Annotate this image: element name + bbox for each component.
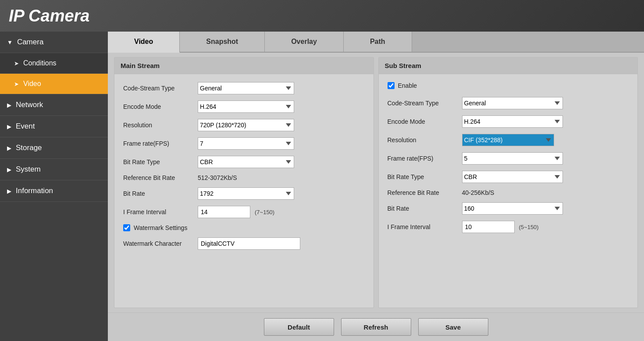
- video-arrow-icon: ➤: [14, 81, 19, 87]
- main-layout: ▼ Camera ➤ Conditions ➤ Video ▶ Network …: [0, 32, 644, 341]
- tab-video-label: Video: [134, 38, 153, 45]
- main-watermark-char-row: Watermark Character: [123, 237, 365, 250]
- main-bitrate-type-select[interactable]: CBR VBR: [198, 156, 294, 168]
- main-watermark-row: Watermark Settings: [123, 224, 365, 231]
- sidebar-item-information-label: Information: [16, 187, 53, 195]
- sidebar-item-video[interactable]: ➤ Video: [0, 74, 108, 94]
- tab-path-label: Path: [370, 38, 385, 45]
- sub-bitrate-type-select[interactable]: CBR VBR: [462, 171, 563, 183]
- sub-enable-checkbox[interactable]: [388, 82, 395, 89]
- main-ref-bitrate-label: Reference Bit Rate: [123, 174, 193, 181]
- sidebar-item-video-label: Video: [23, 80, 41, 88]
- tab-bar: Video Snapshot Overlay Path: [108, 32, 644, 53]
- sidebar-item-conditions[interactable]: ➤ Conditions: [0, 53, 108, 74]
- title-text: IP Camera: [9, 7, 89, 25]
- main-framerate-row: Frame rate(FPS) 7 5 10 15 20 25 30: [123, 137, 365, 150]
- main-watermark-char-label: Watermark Character: [123, 240, 193, 247]
- default-button[interactable]: Default: [264, 318, 334, 336]
- main-stream-body: Code-Stream Type General Motion Detectio…: [114, 74, 374, 258]
- app-title: IP Camera: [9, 7, 89, 25]
- sidebar-item-system-label: System: [16, 165, 41, 174]
- sidebar-item-camera[interactable]: ▼ Camera: [0, 32, 108, 53]
- storage-arrow-icon: ▶: [7, 145, 11, 151]
- sub-framerate-select[interactable]: 5 7 10 15 25: [462, 152, 563, 165]
- tab-snapshot[interactable]: Snapshot: [180, 32, 265, 52]
- sidebar-item-system[interactable]: ▶ System: [0, 159, 108, 180]
- tab-snapshot-label: Snapshot: [206, 38, 238, 45]
- camera-arrow-icon: ▼: [7, 39, 13, 46]
- network-arrow-icon: ▶: [7, 102, 11, 108]
- sidebar-item-information[interactable]: ▶ Information: [0, 180, 108, 202]
- sub-enable-row: Enable: [388, 82, 629, 89]
- sub-bitrate-row: Bit Rate 160 40 64 128 256: [388, 202, 629, 215]
- tab-overlay-label: Overlay: [291, 38, 317, 45]
- sub-bitrate-select[interactable]: 160 40 64 128 256: [462, 202, 563, 215]
- content-area: Video Snapshot Overlay Path Main Stream: [108, 32, 644, 341]
- main-ref-bitrate-row: Reference Bit Rate 512-3072Kb/S: [123, 174, 365, 181]
- sub-stream-body: Enable Code-Stream Type General Motion D…: [379, 74, 638, 241]
- sub-framerate-label: Frame rate(FPS): [388, 155, 458, 162]
- main-encode-mode-row: Encode Mode H.264 H.265 MJPEG: [123, 101, 365, 113]
- system-arrow-icon: ▶: [7, 166, 11, 173]
- main-bitrate-row: Bit Rate 1792 512 1024 2048 3072: [123, 187, 365, 200]
- main-watermark-label: Watermark Settings: [134, 224, 187, 231]
- tab-video[interactable]: Video: [108, 32, 180, 53]
- refresh-button[interactable]: Refresh: [341, 318, 411, 336]
- sub-ref-bitrate-row: Reference Bit Rate 40-256Kb/S: [388, 189, 629, 196]
- sidebar-item-network[interactable]: ▶ Network: [0, 94, 108, 116]
- sub-iframe-row: I Frame Interval (5~150): [388, 221, 629, 233]
- sub-code-stream-label: Code-Stream Type: [388, 100, 458, 107]
- tab-path[interactable]: Path: [344, 32, 412, 52]
- main-bitrate-label: Bit Rate: [123, 190, 193, 197]
- main-iframe-row: I Frame Interval (7~150): [123, 206, 365, 218]
- main-code-stream-select[interactable]: General Motion Detection Alarm: [198, 82, 294, 94]
- main-framerate-label: Frame rate(FPS): [123, 140, 193, 147]
- main-encode-mode-select[interactable]: H.264 H.265 MJPEG: [198, 101, 294, 113]
- sidebar-item-event[interactable]: ▶ Event: [0, 116, 108, 137]
- sub-iframe-hint: (5~150): [519, 224, 539, 230]
- sub-stream-header: Sub Stream: [379, 57, 638, 74]
- main-encode-mode-label: Encode Mode: [123, 103, 193, 110]
- sidebar-item-storage[interactable]: ▶ Storage: [0, 137, 108, 159]
- main-bitrate-select[interactable]: 1792 512 1024 2048 3072: [198, 187, 294, 200]
- main-iframe-input[interactable]: [198, 206, 250, 218]
- sub-iframe-input[interactable]: [462, 221, 515, 233]
- main-stream-header: Main Stream: [114, 57, 374, 74]
- main-resolution-row: Resolution 720P (1280*720) 1080P (1920*1…: [123, 119, 365, 131]
- sub-enable-label: Enable: [398, 82, 417, 89]
- streams-container: Main Stream Code-Stream Type General Mot…: [114, 57, 638, 308]
- sidebar-item-network-label: Network: [16, 101, 43, 109]
- main-code-stream-row: Code-Stream Type General Motion Detectio…: [123, 82, 365, 94]
- sub-stream-title: Sub Stream: [385, 62, 421, 69]
- main-resolution-select[interactable]: 720P (1280*720) 1080P (1920*1080) D1 (70…: [198, 119, 294, 131]
- sub-resolution-row: Resolution CIF (352*288) D1 (704*480) 72…: [388, 134, 629, 146]
- sub-iframe-label: I Frame Interval: [388, 223, 458, 230]
- sub-encode-mode-select[interactable]: H.264 H.265 MJPEG: [462, 115, 563, 128]
- sub-bitrate-type-label: Bit Rate Type: [388, 173, 458, 180]
- sidebar: ▼ Camera ➤ Conditions ➤ Video ▶ Network …: [0, 32, 108, 341]
- main-stream-panel: Main Stream Code-Stream Type General Mot…: [114, 57, 374, 308]
- sub-encode-mode-label: Encode Mode: [388, 118, 458, 125]
- main-watermark-checkbox[interactable]: [123, 224, 130, 231]
- sub-encode-mode-row: Encode Mode H.264 H.265 MJPEG: [388, 115, 629, 128]
- sub-code-stream-select[interactable]: General Motion Detection Alarm: [462, 97, 563, 109]
- information-arrow-icon: ▶: [7, 188, 11, 194]
- event-arrow-icon: ▶: [7, 123, 11, 130]
- header: IP Camera: [0, 0, 644, 32]
- main-framerate-select[interactable]: 7 5 10 15 20 25 30: [198, 137, 294, 150]
- main-stream-title: Main Stream: [121, 62, 160, 69]
- sub-resolution-label: Resolution: [388, 136, 458, 144]
- main-watermark-char-input[interactable]: [198, 237, 300, 250]
- tab-overlay[interactable]: Overlay: [265, 32, 344, 52]
- save-button[interactable]: Save: [418, 318, 488, 336]
- sub-bitrate-label: Bit Rate: [388, 205, 458, 212]
- sub-stream-panel: Sub Stream Enable Code-Stream Type Gener…: [378, 57, 638, 308]
- sub-framerate-row: Frame rate(FPS) 5 7 10 15 25: [388, 152, 629, 165]
- sub-ref-bitrate-value: 40-256Kb/S: [462, 189, 495, 196]
- sub-bitrate-type-row: Bit Rate Type CBR VBR: [388, 171, 629, 183]
- main-bitrate-type-row: Bit Rate Type CBR VBR: [123, 156, 365, 168]
- sidebar-item-storage-label: Storage: [16, 144, 42, 152]
- form-area: Main Stream Code-Stream Type General Mot…: [108, 53, 644, 312]
- sub-code-stream-row: Code-Stream Type General Motion Detectio…: [388, 97, 629, 109]
- sub-resolution-select[interactable]: CIF (352*288) D1 (704*480) 720P (1280*72…: [462, 134, 554, 146]
